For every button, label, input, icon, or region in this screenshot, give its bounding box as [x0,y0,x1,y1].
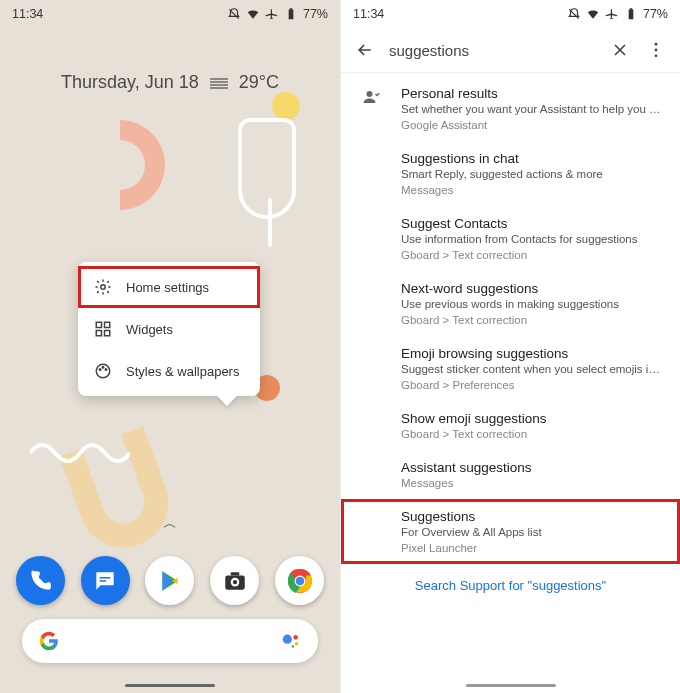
svg-point-10 [105,369,107,371]
result-path: Gboard > Text correction [401,314,666,326]
svg-point-9 [102,367,104,369]
result-path: Messages [401,477,666,489]
result-title: Show emoji suggestions [401,411,666,426]
svg-point-2 [101,285,106,290]
battery-icon [624,7,638,21]
search-results: Personal results Set whether you want yo… [341,76,680,693]
result-path: Messages [401,184,666,196]
svg-point-13 [233,579,237,583]
menu-label: Widgets [126,322,173,337]
camera-icon [222,568,248,594]
result-path: Gboard > Text correction [401,249,666,261]
result-personal-results[interactable]: Personal results Set whether you want yo… [341,76,680,141]
result-title: Personal results [401,86,666,101]
svg-rect-14 [230,572,239,575]
svg-point-27 [367,91,373,97]
google-search-bar[interactable] [22,619,318,663]
play-store-app[interactable] [145,556,194,605]
svg-point-8 [99,369,101,371]
result-desc: Use previous words in making suggestions [401,298,666,310]
airplane-icon [605,7,619,21]
result-desc: Use information from Contacts for sugges… [401,233,666,245]
assistant-icon[interactable] [280,630,302,652]
svg-rect-5 [96,331,101,336]
svg-point-20 [295,642,299,646]
svg-point-21 [292,645,294,647]
menu-styles-wallpapers[interactable]: Styles & wallpapers [78,350,260,392]
result-suggestions-pixel-launcher[interactable]: SuggestionsFor Overview & All Apps listP… [341,499,680,564]
search-support-link[interactable]: Search Support for "suggestions" [341,564,680,601]
svg-rect-6 [105,331,110,336]
home-screen: 11:34 77% Thursday, Jun 18 29°C Home set… [0,0,340,693]
result-desc: Set whether you want your Assistant to h… [401,103,666,115]
nav-handle[interactable] [466,684,556,687]
result-path: Gboard > Preferences [401,379,666,391]
result-title: Next-word suggestions [401,281,666,296]
gear-icon [94,278,112,296]
status-icons: 77% [567,7,668,21]
app-drawer-caret[interactable]: ︿ [163,515,177,533]
messages-app[interactable] [81,556,130,605]
svg-rect-4 [105,322,110,327]
overflow-icon[interactable] [646,40,666,60]
result-assistant-suggestions[interactable]: Assistant suggestionsMessages [341,450,680,499]
svg-point-26 [655,54,658,57]
result-desc: Suggest sticker content when you select … [401,363,666,375]
result-path: Pixel Launcher [401,542,666,554]
result-title: Suggest Contacts [401,216,666,231]
result-suggestions-in-chat[interactable]: Suggestions in chatSmart Reply, suggeste… [341,141,680,206]
result-title: Suggestions in chat [401,151,666,166]
google-g-icon [38,630,60,652]
svg-rect-22 [629,9,634,19]
svg-rect-3 [96,322,101,327]
menu-home-settings[interactable]: Home settings [78,266,260,308]
home-context-menu: Home settings Widgets Styles & wallpaper… [78,262,260,396]
temp-text: 29°C [239,72,279,92]
result-desc: Smart Reply, suggested actions & more [401,168,666,180]
svg-point-17 [295,576,304,585]
messages-icon [92,568,118,594]
svg-point-18 [283,635,292,644]
menu-label: Styles & wallpapers [126,364,239,379]
status-time: 11:34 [353,7,384,21]
back-icon[interactable] [355,40,375,60]
settings-search-screen: 11:34 77% suggestions Personal results S… [340,0,680,693]
result-path: Gboard > Text correction [401,428,666,440]
play-icon [157,568,183,594]
result-title: Suggestions [401,509,666,524]
palette-icon [94,362,112,380]
search-header: suggestions [341,28,680,73]
wifi-icon [586,7,600,21]
clear-icon[interactable] [610,40,630,60]
phone-icon [27,568,53,594]
phone-app[interactable] [16,556,65,605]
person-icon [362,88,380,106]
svg-point-25 [655,49,658,52]
result-desc: For Overview & All Apps list [401,526,666,538]
camera-app[interactable] [210,556,259,605]
nav-handle[interactable] [125,684,215,687]
result-show-emoji-suggestions[interactable]: Show emoji suggestionsGboard > Text corr… [341,401,680,450]
svg-rect-23 [630,8,632,9]
svg-point-19 [293,635,298,640]
result-emoji-browsing-suggestions[interactable]: Emoji browsing suggestionsSuggest sticke… [341,336,680,401]
chrome-app[interactable] [275,556,324,605]
result-path: Google Assistant [401,119,666,131]
date-weather[interactable]: Thursday, Jun 18 29°C [0,72,340,96]
date-text: Thursday, Jun 18 [61,72,199,92]
dnd-icon [567,7,581,21]
fog-icon [210,75,228,96]
result-title: Assistant suggestions [401,460,666,475]
status-bar: 11:34 77% [341,0,680,28]
menu-label: Home settings [126,280,209,295]
svg-point-24 [655,43,658,46]
dock [0,556,340,605]
battery-text: 77% [643,7,668,21]
result-next-word-suggestions[interactable]: Next-word suggestionsUse previous words … [341,271,680,336]
result-suggest-contacts[interactable]: Suggest ContactsUse information from Con… [341,206,680,271]
menu-widgets[interactable]: Widgets [78,308,260,350]
chrome-icon [287,568,313,594]
result-title: Emoji browsing suggestions [401,346,666,361]
search-input[interactable]: suggestions [389,42,596,59]
widgets-icon [94,320,112,338]
